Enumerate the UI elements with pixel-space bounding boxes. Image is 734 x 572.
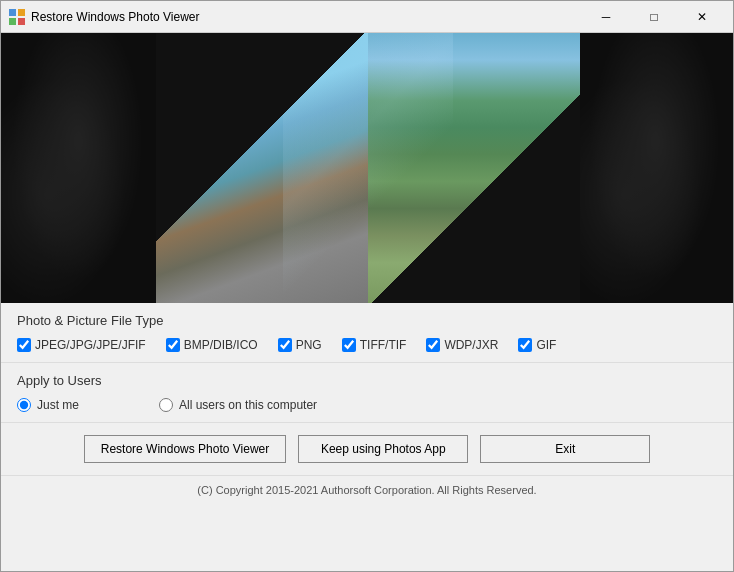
dark-thumbnail-right <box>578 33 733 303</box>
window-title: Restore Windows Photo Viewer <box>31 10 583 24</box>
radio-just-me-input[interactable] <box>17 398 31 412</box>
file-types-section: Photo & Picture File Type JPEG/JPG/JPE/J… <box>1 303 733 363</box>
restore-button[interactable]: Restore Windows Photo Viewer <box>84 435 287 463</box>
svg-rect-1 <box>18 9 25 16</box>
app-icon <box>9 9 25 25</box>
radio-just-me-label: Just me <box>37 398 79 412</box>
checkbox-png-input[interactable] <box>278 338 292 352</box>
radio-row: Just me All users on this computer <box>17 398 717 412</box>
radio-all-users-input[interactable] <box>159 398 173 412</box>
content-area: Photo & Picture File Type JPEG/JPG/JPE/J… <box>1 303 733 571</box>
keep-photos-button[interactable]: Keep using Photos App <box>298 435 468 463</box>
checkbox-png-label: PNG <box>296 338 322 352</box>
checkbox-png[interactable]: PNG <box>278 338 322 352</box>
svg-rect-3 <box>18 18 25 25</box>
checkbox-bmp-label: BMP/DIB/ICO <box>184 338 258 352</box>
close-button[interactable]: ✕ <box>679 2 725 32</box>
window-controls: ─ □ ✕ <box>583 2 725 32</box>
radio-all-users-label: All users on this computer <box>179 398 317 412</box>
apply-users-section: Apply to Users Just me All users on this… <box>1 363 733 423</box>
checkbox-jpeg[interactable]: JPEG/JPG/JPE/JFIF <box>17 338 146 352</box>
radio-all-users[interactable]: All users on this computer <box>159 398 317 412</box>
checkbox-jpeg-input[interactable] <box>17 338 31 352</box>
maximize-button[interactable]: □ <box>631 2 677 32</box>
photo-center <box>156 33 580 303</box>
exit-button[interactable]: Exit <box>480 435 650 463</box>
copyright-text: (C) Copyright 2015-2021 Authorsoft Corpo… <box>197 484 536 496</box>
app-window: Restore Windows Photo Viewer ─ □ ✕ Photo… <box>0 0 734 572</box>
file-types-title: Photo & Picture File Type <box>17 313 717 328</box>
checkbox-gif-label: GIF <box>536 338 556 352</box>
hero-image-area <box>1 33 733 303</box>
checkboxes-row: JPEG/JPG/JPE/JFIF BMP/DIB/ICO PNG TIFF/T… <box>17 338 717 352</box>
radio-just-me[interactable]: Just me <box>17 398 79 412</box>
checkbox-bmp-input[interactable] <box>166 338 180 352</box>
dark-thumbnail-left <box>1 33 156 303</box>
apply-users-title: Apply to Users <box>17 373 717 388</box>
checkbox-wdp-input[interactable] <box>426 338 440 352</box>
dark-flap-right <box>156 33 580 303</box>
title-bar: Restore Windows Photo Viewer ─ □ ✕ <box>1 1 733 33</box>
svg-rect-0 <box>9 9 16 16</box>
minimize-button[interactable]: ─ <box>583 2 629 32</box>
checkbox-jpeg-label: JPEG/JPG/JPE/JFIF <box>35 338 146 352</box>
checkbox-tiff[interactable]: TIFF/TIF <box>342 338 407 352</box>
svg-rect-2 <box>9 18 16 25</box>
checkbox-wdp[interactable]: WDP/JXR <box>426 338 498 352</box>
checkbox-gif[interactable]: GIF <box>518 338 556 352</box>
button-row: Restore Windows Photo Viewer Keep using … <box>1 423 733 476</box>
footer: (C) Copyright 2015-2021 Authorsoft Corpo… <box>1 476 733 504</box>
checkbox-tiff-label: TIFF/TIF <box>360 338 407 352</box>
checkbox-bmp[interactable]: BMP/DIB/ICO <box>166 338 258 352</box>
checkbox-gif-input[interactable] <box>518 338 532 352</box>
checkbox-wdp-label: WDP/JXR <box>444 338 498 352</box>
checkbox-tiff-input[interactable] <box>342 338 356 352</box>
